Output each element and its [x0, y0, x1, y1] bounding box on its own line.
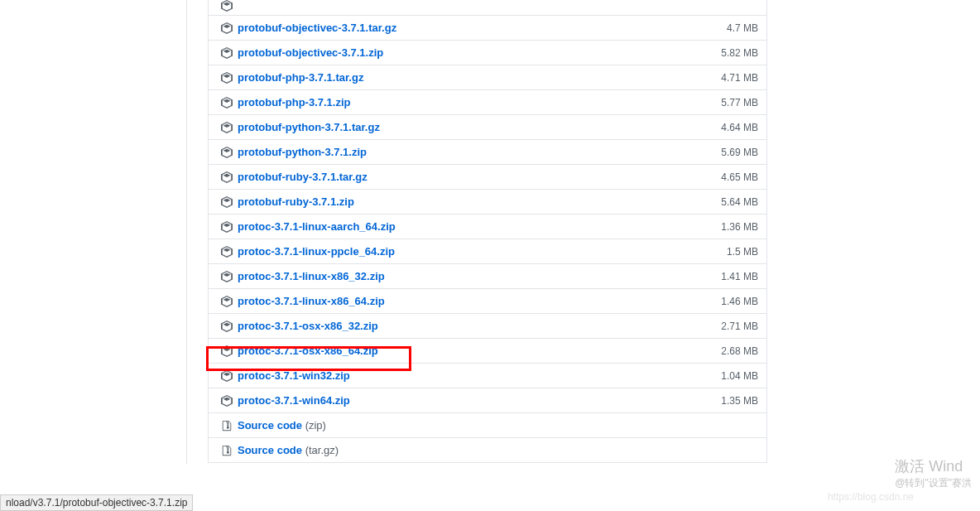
- asset-row: protoc-3.7.1-linux-x86_64.zip1.46 MB: [209, 288, 766, 313]
- asset-ext: (tar.gz): [302, 444, 339, 456]
- asset-ext: (zip): [302, 419, 326, 431]
- asset-left: protoc-3.7.1-osx-x86_32.zip: [221, 320, 378, 332]
- asset-row: protobuf-python-3.7.1.zip5.69 MB: [209, 139, 766, 164]
- asset-size: 1.35 MB: [721, 395, 758, 407]
- asset-left: protoc-3.7.1-linux-aarch_64.zip: [221, 220, 396, 233]
- file-zip-icon: [221, 445, 233, 456]
- asset-size: 5.64 MB: [721, 196, 758, 208]
- asset-size: 4.65 MB: [721, 171, 758, 183]
- package-icon: [221, 370, 233, 382]
- asset-left: protobuf-ruby-3.7.1.zip: [221, 195, 354, 208]
- asset-left: protobuf-objectivec-3.7.1.zip: [221, 46, 383, 59]
- asset-left: protobuf-ruby-3.7.1.tar.gz: [221, 171, 368, 183]
- browser-status-bar: nload/v3.7.1/protobuf-objectivec-3.7.1.z…: [0, 494, 193, 511]
- package-icon: [221, 47, 233, 59]
- asset-link[interactable]: protoc-3.7.1-linux-aarch_64.zip: [238, 220, 396, 233]
- asset-link[interactable]: protobuf-python-3.7.1.tar.gz: [238, 121, 380, 133]
- asset-link[interactable]: protobuf-ruby-3.7.1.tar.gz: [238, 171, 368, 183]
- package-icon: [221, 22, 233, 34]
- asset-left: Source code (zip): [221, 419, 326, 431]
- package-icon: [221, 271, 233, 282]
- asset-row: protoc-3.7.1-osx-x86_64.zip2.68 MB: [209, 338, 766, 363]
- asset-link[interactable]: protobuf-ruby-3.7.1.zip: [238, 195, 354, 208]
- asset-link[interactable]: protoc-3.7.1-osx-x86_32.zip: [238, 320, 378, 332]
- asset-left: protoc-3.7.1-win64.zip: [221, 394, 350, 407]
- asset-left: protobuf-php-3.7.1.zip: [221, 96, 350, 108]
- asset-left: protoc-3.7.1-linux-x86_64.zip: [221, 295, 385, 307]
- asset-row: protoc-3.7.1-linux-ppcle_64.zip1.5 MB: [209, 239, 766, 263]
- assets-list: protobuf-objectivec-3.7.1.tar.gz4.7 MBpr…: [208, 0, 767, 463]
- package-icon: [221, 221, 233, 233]
- asset-link[interactable]: protobuf-objectivec-3.7.1.zip: [238, 46, 383, 59]
- asset-size: 5.69 MB: [721, 147, 758, 158]
- file-zip-icon: [221, 420, 233, 431]
- asset-row: protoc-3.7.1-win32.zip1.04 MB: [209, 363, 766, 388]
- asset-row: protobuf-ruby-3.7.1.tar.gz4.65 MB: [209, 164, 766, 189]
- package-icon: [221, 97, 233, 108]
- package-icon: [221, 296, 233, 307]
- package-icon: [221, 171, 233, 183]
- asset-link[interactable]: protobuf-objectivec-3.7.1.tar.gz: [238, 22, 396, 34]
- watermark-line1: 激活 Wind: [895, 456, 972, 476]
- asset-row: protoc-3.7.1-linux-x86_32.zip1.41 MB: [209, 263, 766, 288]
- asset-left: protobuf-php-3.7.1.tar.gz: [221, 71, 363, 84]
- watermark-line2: @转到"设置"赛洪: [895, 476, 972, 490]
- asset-left: protoc-3.7.1-linux-x86_32.zip: [221, 270, 385, 282]
- asset-size: 5.77 MB: [721, 97, 758, 108]
- asset-row: protobuf-php-3.7.1.zip5.77 MB: [209, 89, 766, 114]
- package-icon: [221, 246, 233, 258]
- asset-size: 2.68 MB: [721, 345, 758, 357]
- asset-left: protoc-3.7.1-win32.zip: [221, 369, 350, 382]
- asset-row: Source code (zip): [209, 412, 766, 437]
- asset-size: 4.64 MB: [721, 122, 758, 133]
- asset-row-partial: [209, 0, 766, 15]
- asset-link[interactable]: protobuf-php-3.7.1.zip: [238, 96, 350, 108]
- windows-activation-watermark: 激活 Wind @转到"设置"赛洪: [895, 456, 972, 490]
- csdn-watermark: https://blog.csdn.ne: [828, 491, 914, 503]
- asset-left: protoc-3.7.1-linux-ppcle_64.zip: [221, 245, 395, 258]
- asset-left: protoc-3.7.1-osx-x86_64.zip: [221, 345, 378, 357]
- asset-size: 4.7 MB: [727, 22, 758, 34]
- asset-link[interactable]: protoc-3.7.1-linux-ppcle_64.zip: [238, 245, 395, 258]
- asset-row: protobuf-objectivec-3.7.1.zip5.82 MB: [209, 40, 766, 65]
- asset-row: protobuf-php-3.7.1.tar.gz4.71 MB: [209, 65, 766, 89]
- asset-link[interactable]: protobuf-python-3.7.1.zip: [238, 146, 367, 158]
- asset-row: Source code (tar.gz): [209, 437, 766, 462]
- asset-link[interactable]: protoc-3.7.1-win64.zip: [238, 394, 350, 407]
- asset-size: 4.71 MB: [721, 72, 758, 84]
- asset-size: 1.41 MB: [721, 271, 758, 282]
- asset-link[interactable]: protoc-3.7.1-linux-x86_32.zip: [238, 270, 385, 282]
- package-icon: [221, 147, 233, 158]
- asset-link[interactable]: Source code (tar.gz): [238, 444, 339, 456]
- asset-link[interactable]: protoc-3.7.1-osx-x86_64.zip: [238, 345, 378, 357]
- package-icon: [221, 321, 233, 332]
- asset-row: protobuf-python-3.7.1.tar.gz4.64 MB: [209, 114, 766, 139]
- asset-link[interactable]: protobuf-php-3.7.1.tar.gz: [238, 71, 363, 84]
- asset-row: protobuf-objectivec-3.7.1.tar.gz4.7 MB: [209, 15, 766, 40]
- package-icon: [221, 395, 233, 407]
- asset-size: 2.71 MB: [721, 321, 758, 332]
- package-icon: [221, 0, 233, 12]
- package-icon: [221, 196, 233, 208]
- asset-left: Source code (tar.gz): [221, 444, 339, 456]
- asset-size: 1.36 MB: [721, 221, 758, 233]
- asset-size: 1.04 MB: [721, 370, 758, 382]
- asset-row: protoc-3.7.1-linux-aarch_64.zip1.36 MB: [209, 214, 766, 239]
- asset-size: 1.46 MB: [721, 296, 758, 307]
- asset-link[interactable]: Source code (zip): [238, 419, 326, 431]
- package-icon: [221, 122, 233, 133]
- asset-row: protoc-3.7.1-osx-x86_32.zip2.71 MB: [209, 313, 766, 338]
- asset-size: 5.82 MB: [721, 47, 758, 59]
- package-icon: [221, 345, 233, 357]
- asset-size: 1.5 MB: [727, 246, 758, 258]
- asset-left: protobuf-python-3.7.1.zip: [221, 146, 367, 158]
- package-icon: [221, 72, 233, 84]
- asset-link[interactable]: protoc-3.7.1-linux-x86_64.zip: [238, 295, 385, 307]
- asset-left: protobuf-python-3.7.1.tar.gz: [221, 121, 380, 133]
- asset-link[interactable]: protoc-3.7.1-win32.zip: [238, 369, 350, 382]
- left-divider: [186, 0, 187, 464]
- asset-left: protobuf-objectivec-3.7.1.tar.gz: [221, 22, 396, 34]
- asset-row: protoc-3.7.1-win64.zip1.35 MB: [209, 388, 766, 412]
- asset-row: protobuf-ruby-3.7.1.zip5.64 MB: [209, 189, 766, 214]
